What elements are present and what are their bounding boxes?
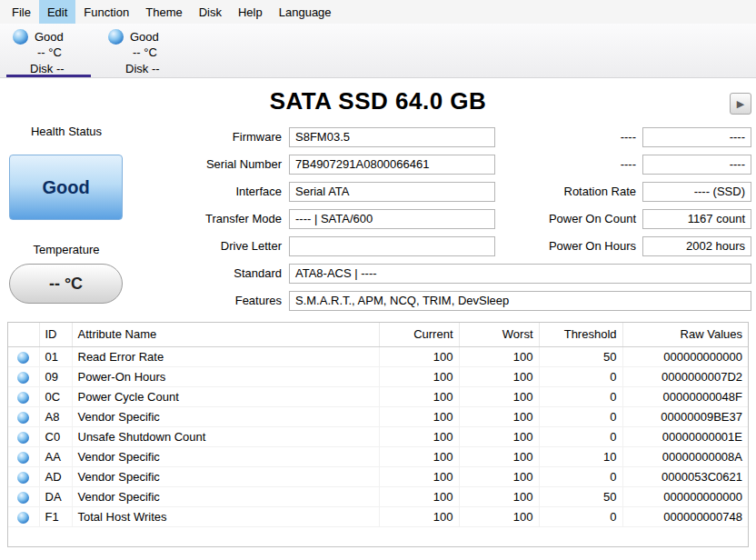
table-row[interactable]: A8 Vendor Specific 100 100 0 00000009BE3…: [8, 406, 748, 426]
menu-help[interactable]: Help: [230, 0, 271, 24]
menu-theme[interactable]: Theme: [137, 0, 190, 24]
attribute-status-orb-icon: [17, 412, 29, 424]
drive-title: SATA SSD 64.0 GB: [0, 87, 756, 115]
interface-label: Interface: [136, 182, 282, 202]
temperature-badge: -- °C: [9, 264, 123, 304]
play-icon: ▶: [737, 98, 744, 110]
raw-values-column-header: Raw Values: [622, 323, 748, 346]
attr-id: 0C: [39, 386, 72, 406]
table-row[interactable]: C0 Unsafe Shutdown Count 100 100 0 00000…: [8, 426, 748, 446]
attribute-status-orb-icon: [17, 432, 29, 444]
firmware-value: S8FM03.5: [289, 127, 495, 147]
attr-id: C0: [39, 426, 72, 446]
right-field-1-value: ----: [642, 127, 751, 147]
disk-status-orb-icon: [13, 29, 28, 45]
threshold-column-header: Threshold: [539, 323, 622, 346]
attr-worst: 100: [459, 466, 539, 486]
transfer-mode-label: Transfer Mode: [136, 209, 282, 229]
disk-status: Good: [35, 30, 64, 44]
attr-worst: 100: [459, 446, 539, 466]
attr-current: 100: [379, 406, 459, 426]
menu-language[interactable]: Language: [271, 0, 340, 24]
table-row[interactable]: AD Vendor Specific 100 100 0 0000053C062…: [8, 466, 748, 486]
table-row[interactable]: 01 Read Error Rate 100 100 50 0000000000…: [8, 346, 748, 366]
attr-current: 100: [379, 446, 459, 466]
attr-id: 09: [39, 366, 72, 386]
attr-name: Vendor Specific: [72, 466, 379, 486]
attr-threshold: 50: [539, 486, 622, 506]
attr-raw: 000000000748: [622, 506, 748, 526]
attribute-status-orb-icon: [17, 512, 29, 524]
attr-worst: 100: [459, 426, 539, 446]
disk-tab-2[interactable]: Good -- °C Disk --: [100, 24, 188, 77]
attr-worst: 100: [459, 406, 539, 426]
status-column-header: [8, 323, 39, 346]
table-row[interactable]: AA Vendor Specific 100 100 10 0000000000…: [8, 446, 748, 466]
attr-threshold: 50: [539, 346, 622, 366]
attr-current: 100: [379, 426, 459, 446]
attr-id: A8: [39, 406, 72, 426]
right-field-1-label: ----: [504, 127, 636, 147]
crystaldiskinfo-window: File Edit Function Theme Disk Help Langu…: [0, 0, 756, 560]
attr-raw: 00000000001E: [622, 426, 748, 446]
attribute-status-orb-icon: [17, 472, 29, 484]
disk-label: Disk --: [5, 61, 93, 77]
serial-number-value: 7B4907291A0800066461: [289, 155, 495, 175]
interface-value: Serial ATA: [289, 182, 495, 202]
attr-name: Vendor Specific: [72, 406, 379, 426]
attr-raw: 0000000007D2: [622, 366, 748, 386]
features-value: S.M.A.R.T., APM, NCQ, TRIM, DevSleep: [289, 291, 751, 311]
attr-current: 100: [379, 506, 459, 526]
attr-threshold: 0: [539, 426, 622, 446]
table-row[interactable]: F1 Total Host Writes 100 100 0 000000000…: [8, 506, 748, 526]
attr-id: DA: [39, 486, 72, 506]
attr-threshold: 0: [539, 466, 622, 486]
health-status-value: Good: [42, 177, 89, 198]
id-column-header: ID: [39, 323, 72, 346]
menu-function[interactable]: Function: [75, 0, 137, 24]
attr-id: AA: [39, 446, 72, 466]
table-row[interactable]: 09 Power-On Hours 100 100 0 0000000007D2: [8, 366, 748, 386]
firmware-label: Firmware: [136, 127, 282, 147]
disk-label: Disk --: [100, 61, 188, 77]
attribute-status-orb-icon: [17, 372, 29, 384]
attr-name: Power-On Hours: [72, 366, 379, 386]
menu-bar: File Edit Function Theme Disk Help Langu…: [0, 0, 756, 24]
attr-raw: 000000000000: [622, 486, 748, 506]
disk-tab-1[interactable]: Good -- °C Disk --: [5, 24, 93, 77]
table-row[interactable]: 0C Power Cycle Count 100 100 0 000000000…: [8, 386, 748, 406]
disk-temperature: -- °C: [5, 45, 93, 61]
attr-name: Unsafe Shutdown Count: [72, 426, 379, 446]
attr-threshold: 0: [539, 506, 622, 526]
next-disk-button[interactable]: ▶: [730, 93, 751, 115]
power-on-hours-value: 2002 hours: [642, 236, 751, 256]
attr-worst: 100: [459, 506, 539, 526]
table-row[interactable]: DA Vendor Specific 100 100 50 0000000000…: [8, 486, 748, 506]
attr-worst: 100: [459, 486, 539, 506]
attr-worst: 100: [459, 366, 539, 386]
disk-selector-bar: Good -- °C Disk -- Good -- °C Disk --: [0, 24, 756, 78]
power-on-hours-label: Power On Hours: [504, 236, 636, 256]
disk-temperature: -- °C: [100, 45, 188, 61]
temperature-label: Temperature: [0, 242, 133, 258]
attr-current: 100: [379, 486, 459, 506]
menu-file[interactable]: File: [4, 0, 39, 24]
attr-raw: 00000009BE37: [622, 406, 748, 426]
worst-column-header: Worst: [459, 323, 539, 346]
standard-value: ATA8-ACS | ----: [289, 264, 751, 284]
attr-threshold: 0: [539, 386, 622, 406]
attr-id: 01: [39, 346, 72, 366]
attribute-status-orb-icon: [17, 452, 29, 464]
drive-info-panel: SATA SSD 64.0 GB ▶ Health Status Good Te…: [0, 78, 756, 560]
attribute-status-orb-icon: [17, 392, 29, 404]
health-status-badge[interactable]: Good: [9, 155, 123, 220]
attr-name: Read Error Rate: [72, 346, 379, 366]
attr-worst: 100: [459, 386, 539, 406]
attr-current: 100: [379, 366, 459, 386]
menu-edit[interactable]: Edit: [39, 0, 75, 24]
disk-status: Good: [130, 30, 159, 44]
menu-disk[interactable]: Disk: [191, 0, 230, 24]
attr-threshold: 0: [539, 406, 622, 426]
attr-raw: 0000053C0621: [622, 466, 748, 486]
attribute-status-orb-icon: [17, 352, 29, 364]
